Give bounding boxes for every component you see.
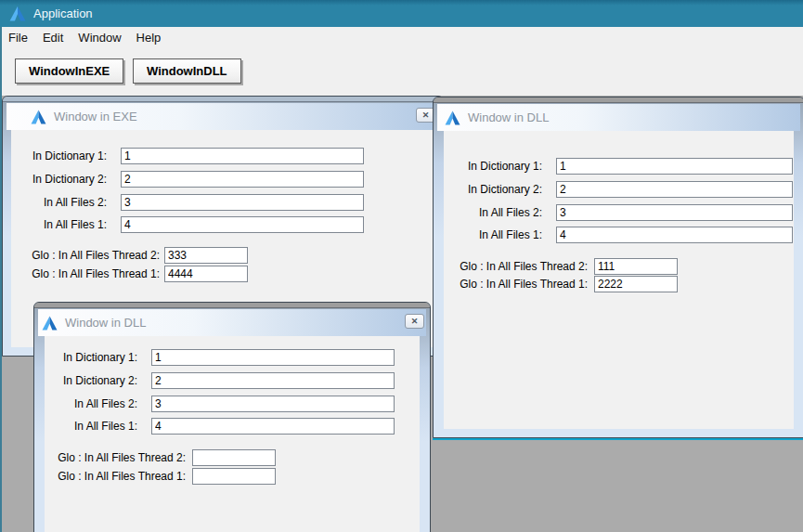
form-row: Glo : In All Files Thread 2:: [444, 258, 794, 275]
form-row: In Dictionary 1:: [45, 349, 420, 366]
window-frame-cap: [34, 303, 430, 308]
menu-help[interactable]: Help: [129, 28, 169, 47]
child-window-dll-bottom: Window in DLL ✕ In Dictionary 1: In Dict…: [33, 302, 431, 532]
window-in-dll-button[interactable]: WindowInDLL: [133, 58, 241, 84]
form-row: In Dictionary 1:: [11, 148, 434, 164]
main-titlebar[interactable]: Application: [0, 0, 803, 27]
field-label: Glo : In All Files Thread 2:: [11, 249, 160, 262]
form-row: Glo : In All Files Thread 1:: [444, 276, 794, 292]
form-row: In All Files 2:: [45, 396, 420, 412]
form-row: Glo : In All Files Thread 2:: [45, 449, 420, 466]
in-all-files-1-input[interactable]: [556, 227, 793, 243]
glo-in-all-files-thread-1-input[interactable]: [192, 468, 276, 485]
field-label: Glo : In All Files Thread 2:: [45, 451, 186, 464]
window-logo-icon: [445, 110, 460, 125]
field-label: In All Files 2:: [45, 397, 137, 410]
window-frame-cap: [3, 97, 443, 102]
field-label: In Dictionary 1:: [45, 351, 137, 364]
close-icon[interactable]: ✕: [405, 314, 424, 329]
field-label: In All Files 1:: [45, 420, 137, 433]
toolbar: WindowInEXE WindowInDLL: [0, 48, 803, 96]
app-title: Application: [33, 6, 93, 20]
glo-in-all-files-thread-2-input[interactable]: [192, 449, 276, 466]
dll-right-window-titlebar[interactable]: Window in DLL: [437, 104, 800, 131]
form-row: In All Files 2:: [11, 194, 434, 211]
form-row: In Dictionary 1:: [444, 158, 794, 175]
window-title: Window in EXE: [54, 110, 137, 123]
field-label: In All Files 2:: [11, 196, 107, 209]
form-row: In Dictionary 2:: [444, 181, 794, 198]
field-label: In All Files 1:: [11, 218, 107, 231]
form-row: Glo : In All Files Thread 1:: [45, 468, 420, 485]
in-all-files-1-input[interactable]: [151, 418, 395, 435]
in-dictionary-1-input[interactable]: [556, 158, 793, 175]
field-label: Glo : In All Files Thread 1:: [444, 278, 588, 291]
field-label: In All Files 2:: [444, 206, 542, 219]
menu-window[interactable]: Window: [71, 28, 128, 47]
field-label: In Dictionary 1:: [444, 160, 542, 173]
form-row: In Dictionary 2:: [45, 372, 420, 389]
glo-in-all-files-thread-1-input[interactable]: [164, 266, 248, 282]
exe-window-titlebar[interactable]: Window in EXE ✕: [6, 103, 439, 130]
form-row: Glo : In All Files Thread 2:: [11, 247, 434, 264]
glo-in-all-files-thread-2-input[interactable]: [594, 258, 678, 275]
window-frame-cap: [434, 97, 803, 103]
in-all-files-2-input[interactable]: [121, 194, 364, 211]
in-dictionary-2-input[interactable]: [151, 372, 395, 389]
in-all-files-1-input[interactable]: [121, 216, 364, 233]
window-title: Window in DLL: [468, 110, 549, 124]
field-label: In All Files 1:: [444, 228, 542, 241]
app-logo-icon: [9, 6, 26, 21]
in-dictionary-1-input[interactable]: [121, 148, 364, 164]
form-row: In All Files 2:: [444, 204, 794, 221]
dll-right-window-content: In Dictionary 1: In Dictionary 2: In All…: [444, 131, 794, 429]
in-all-files-2-input[interactable]: [151, 396, 395, 412]
in-dictionary-1-input[interactable]: [151, 349, 395, 366]
menu-edit[interactable]: Edit: [35, 28, 71, 47]
in-all-files-2-input[interactable]: [556, 204, 793, 221]
form-row: In All Files 1:: [444, 227, 794, 243]
field-label: In Dictionary 2:: [444, 183, 542, 196]
menu-file[interactable]: File: [2, 28, 35, 47]
field-label: In Dictionary 2:: [11, 173, 107, 186]
field-label: Glo : In All Files Thread 1:: [11, 267, 160, 280]
glo-in-all-files-thread-2-input[interactable]: [164, 247, 248, 264]
in-dictionary-2-input[interactable]: [121, 171, 364, 188]
form-row: Glo : In All Files Thread 1:: [11, 266, 434, 282]
dll-bottom-window-titlebar[interactable]: Window in DLL ✕: [38, 309, 426, 336]
window-logo-icon: [42, 316, 58, 331]
glo-in-all-files-thread-1-input[interactable]: [594, 276, 678, 292]
field-label: In Dictionary 1:: [11, 149, 107, 162]
form-row: In All Files 1:: [11, 216, 434, 233]
window-logo-icon: [31, 110, 46, 124]
window-in-exe-button[interactable]: WindowInEXE: [15, 58, 123, 84]
in-dictionary-2-input[interactable]: [556, 181, 793, 198]
child-window-dll-right: Window in DLL In Dictionary 1: In Dictio…: [433, 97, 803, 438]
form-row: In All Files 1:: [45, 418, 420, 435]
form-row: In Dictionary 2:: [11, 171, 434, 188]
field-label: Glo : In All Files Thread 1:: [45, 470, 186, 483]
menu-bar: File Edit Window Help: [0, 27, 803, 48]
field-label: In Dictionary 2:: [45, 374, 137, 387]
window-title: Window in DLL: [65, 316, 146, 330]
field-label: Glo : In All Files Thread 2:: [444, 260, 588, 273]
dll-bottom-window-content: In Dictionary 1: In Dictionary 2: In All…: [45, 336, 420, 532]
